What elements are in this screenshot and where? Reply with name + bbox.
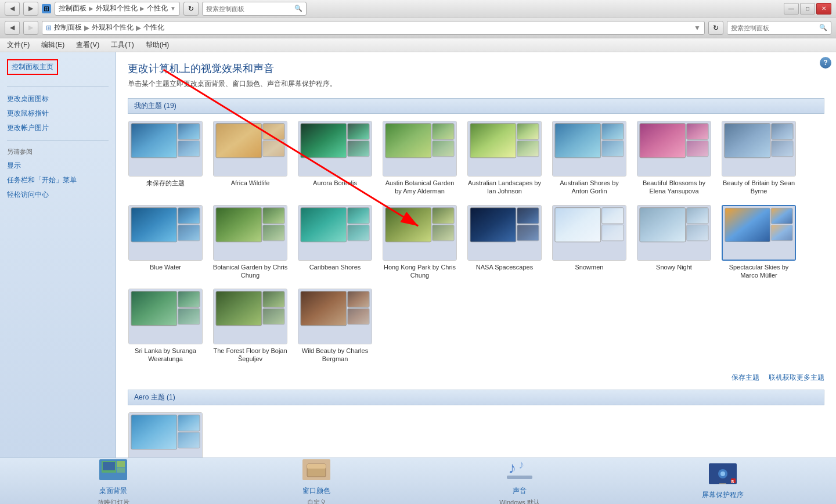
svg-rect-32: [772, 124, 793, 140]
theme-item-bluewater[interactable]: Blue Water: [128, 205, 203, 280]
menu-help[interactable]: 帮助(H): [143, 39, 172, 51]
theme-label-austin: Austin Botanical Garden by Amy Alderman: [382, 179, 457, 196]
svg-rect-9: [263, 141, 284, 157]
bottombar: 桌面背景 放映幻灯片 窗口颜色 自定义 ♪ ♪ 声音 Windows 默认: [0, 458, 836, 504]
sidebar-home-link[interactable]: 控制面板主页: [7, 59, 58, 75]
theme-item-africa[interactable]: Africa Wildlife: [212, 121, 288, 196]
svg-rect-23: [555, 124, 601, 158]
theme-label-botgarden: Botanical Garden by Chris Chung: [212, 263, 288, 280]
back-nav[interactable]: ◀: [5, 21, 20, 35]
breadcrumb[interactable]: 控制面板 ▶ 外观和个性化 ▶ 个性化 ▼: [55, 2, 180, 16]
theme-thumb-wild: [298, 289, 372, 344]
svg-rect-63: [725, 208, 770, 242]
theme-item-hongkong[interactable]: Hong Kong Park by Chris Chung: [382, 205, 457, 280]
svg-rect-69: [178, 308, 200, 325]
address-breadcrumb[interactable]: ⊞ 控制面板 ▶ 外观和个性化 ▶ 个性化 ▼: [42, 21, 705, 35]
theme-item-srilanka[interactable]: Sri Lanka by Suranga Weeratunga: [128, 289, 203, 363]
theme-item-snowy[interactable]: Snowy Night: [636, 205, 712, 280]
search-input[interactable]: [206, 5, 294, 12]
theme-label-hongkong: Hong Kong Park by Chris Chung: [382, 263, 457, 280]
theme-item-blossoms[interactable]: Beautiful Blossoms by Elena Yansupova: [636, 121, 712, 196]
screensaver-item[interactable]: S 屏幕保护程序: [694, 460, 752, 502]
close-button[interactable]: ✕: [816, 3, 831, 15]
sidebar-ease[interactable]: 轻松访问中心: [7, 190, 109, 200]
maximize-button[interactable]: □: [800, 3, 815, 15]
my-themes-section[interactable]: 我的主题 (19): [128, 98, 824, 114]
refresh-button[interactable]: ↻: [183, 2, 199, 16]
window-color-item[interactable]: 窗口颜色 自定义: [287, 456, 345, 505]
theme-thumb-unsaved: [128, 121, 203, 177]
svg-rect-80: [178, 415, 200, 431]
svg-rect-72: [263, 291, 284, 308]
get-more-link[interactable]: 联机获取更多主题: [769, 373, 824, 383]
theme-thumb-britain: [722, 121, 796, 177]
theme-item-ausshoress[interactable]: Australian Shores by Anton Gorlin: [552, 121, 627, 196]
addr-refresh[interactable]: ↻: [708, 21, 723, 35]
theme-thumb-africa: [213, 121, 287, 177]
sidebar-display[interactable]: 显示: [7, 161, 109, 171]
search-input-main[interactable]: [731, 24, 819, 31]
minimize-button[interactable]: —: [784, 3, 799, 15]
theme-item-unsaved[interactable]: 未保存的主题: [128, 121, 203, 196]
window-color-icon: [302, 456, 330, 484]
menu-tools[interactable]: 工具(T): [109, 39, 136, 51]
breadcrumb-arrow[interactable]: ▼: [170, 5, 176, 12]
sidebar-desktop-icons[interactable]: 更改桌面图标: [7, 94, 109, 104]
theme-item-forest[interactable]: The Forest Floor by Bojan Šeguljev: [212, 289, 288, 363]
theme-item-snowmen[interactable]: Snowmen: [552, 205, 627, 280]
theme-label-aurora: Aurora Borealis: [313, 179, 357, 187]
sidebar-divider1: [7, 87, 109, 87]
svg-rect-47: [385, 207, 431, 242]
addr-dropdown[interactable]: ▼: [694, 24, 701, 32]
aero-theme-thumb-aero: [128, 412, 203, 458]
desktop-bg-item[interactable]: 桌面背景 放映幻灯片: [84, 456, 142, 505]
save-theme-link[interactable]: 保存主题: [732, 373, 759, 383]
svg-rect-27: [640, 124, 686, 158]
menu-edit[interactable]: 编辑(E): [39, 39, 67, 51]
titlebar: ◀ ▶ ⊞ 控制面板 ▶ 外观和个性化 ▶ 个性化 ▼ ↻ 🔍 — □ ✕: [0, 0, 836, 17]
svg-rect-12: [348, 124, 369, 140]
aero-theme-item-aero[interactable]: Windows 7: [128, 412, 203, 458]
screensaver-icon: S: [709, 460, 737, 488]
svg-rect-92: [507, 476, 532, 479]
theme-item-aurora[interactable]: Aurora Borealis: [297, 121, 373, 196]
svg-rect-64: [771, 208, 792, 224]
aero-themes-section[interactable]: Aero 主题 (1): [128, 390, 824, 405]
theme-item-botgarden[interactable]: Botanical Garden by Chris Chung: [212, 205, 288, 280]
svg-rect-28: [687, 124, 708, 140]
theme-thumb-australian: [467, 121, 542, 177]
sidebar: 控制面板主页 更改桌面图标 更改鼠标指针 更改帐户图片 另请参阅 显示 任务栏和…: [0, 52, 116, 458]
breadcrumb-part3: 个性化: [147, 3, 168, 13]
titlebar-controls: — □ ✕: [784, 3, 831, 15]
svg-rect-53: [517, 225, 539, 241]
theme-item-britain[interactable]: Beauty of Britain by Sean Byrne: [721, 121, 797, 196]
theme-item-caribbean[interactable]: Caribbean Shores: [297, 205, 373, 280]
sidebar-taskbar[interactable]: 任务栏和「开始」菜单: [7, 175, 109, 185]
menu-file[interactable]: 文件(F): [5, 39, 32, 51]
sound-item[interactable]: ♪ ♪ 声音 Windows 默认: [491, 456, 549, 505]
svg-rect-49: [433, 225, 454, 241]
svg-rect-3: [131, 124, 177, 158]
app-icon: ⊞: [42, 4, 51, 13]
theme-item-wild[interactable]: Wild Beauty by Charles Bergman: [297, 289, 373, 363]
svg-rect-79: [131, 415, 177, 449]
theme-item-spectacular[interactable]: Spectacular Skies by Marco Müller: [721, 205, 797, 280]
window-color-sublabel: 自定义: [307, 498, 326, 505]
fwd-nav[interactable]: ▶: [23, 21, 38, 35]
back-button[interactable]: ◀: [5, 2, 20, 16]
svg-rect-41: [263, 225, 284, 241]
help-button[interactable]: ?: [820, 57, 831, 69]
forward-button[interactable]: ▶: [23, 2, 38, 16]
svg-rect-19: [470, 124, 516, 158]
theme-item-australian[interactable]: Australian Landscapes by Ian Johnson: [467, 121, 542, 196]
svg-rect-57: [602, 225, 624, 241]
sidebar-mouse-pointer[interactable]: 更改鼠标指针: [7, 109, 109, 118]
theme-item-nasa[interactable]: NASA Spacescapes: [467, 205, 542, 280]
theme-item-austin[interactable]: Austin Botanical Garden by Amy Alderman: [382, 121, 457, 196]
menu-view[interactable]: 查看(V): [74, 39, 102, 51]
svg-rect-8: [263, 124, 284, 140]
menubar: 文件(F) 编辑(E) 查看(V) 工具(T) 帮助(H): [0, 38, 836, 52]
svg-rect-40: [263, 207, 284, 224]
sidebar-account-pic[interactable]: 更改帐户图片: [7, 123, 109, 133]
breadcrumb-part1: 控制面板: [59, 3, 87, 13]
